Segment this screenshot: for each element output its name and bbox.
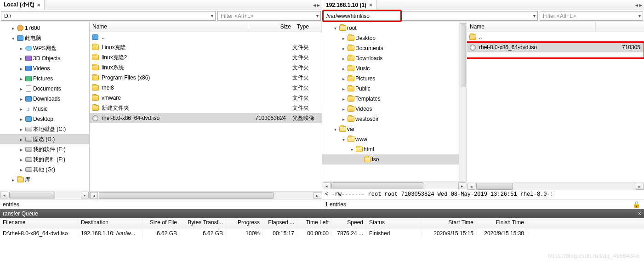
tab-nav[interactable]: ◂ ▸ [633,0,644,10]
scroll-thumb[interactable] [460,23,466,87]
expand-icon[interactable]: ▸ [18,46,24,51]
path-input[interactable]: D:\ ▾ [1,11,216,21]
list-item[interactable]: .. [90,32,322,42]
scroll-thumb[interactable] [9,192,55,199]
expand-icon[interactable]: ▾ [349,147,354,152]
tree-item[interactable]: ▸我的软件 (E:) [0,144,89,154]
expand-icon[interactable]: ▸ [18,137,24,142]
tree-item[interactable]: ▸westosdir [322,114,467,124]
expand-icon[interactable]: ▾ [332,26,338,31]
expand-icon[interactable]: ▸ [341,76,346,81]
scroll-left-icon[interactable]: ◂ [323,182,331,189]
tree-item[interactable]: ▸Public [322,84,467,94]
list-item[interactable]: rhel-8.0-x86_64-dvd.iso710305 [467,42,644,52]
expand-icon[interactable]: ▸ [18,56,24,61]
tree-item[interactable]: ▸Pictures [0,74,89,84]
qh-timeleft[interactable]: Time Left [297,218,332,228]
tree-item[interactable]: ▸Documents [0,84,89,94]
chevron-down-icon[interactable]: ▾ [638,13,641,18]
expand-icon[interactable]: ▸ [10,26,16,31]
expand-icon[interactable]: ▾ [10,36,16,41]
tree-item[interactable]: ▸固态 (D:) [0,134,89,144]
expand-icon[interactable]: ▸ [18,96,24,102]
close-icon[interactable]: × [369,2,372,8]
scrollbar[interactable]: ◂ ▸ [467,182,644,190]
qh-bytes[interactable]: Bytes Transf... [180,218,226,228]
tree-item[interactable]: ▸Downloads [322,53,467,63]
list-item[interactable]: Program Files (x86)文件夹 [90,73,322,83]
list-item[interactable]: .. [467,32,644,42]
scroll-right-icon[interactable]: ▸ [81,192,89,199]
tree-item[interactable]: ▸库 [0,175,89,185]
close-icon[interactable]: × [37,2,40,8]
tree-item[interactable]: ▸Desktop [0,114,89,124]
tree-item[interactable]: iso [322,154,467,165]
tree-item[interactable]: ▸Pictures [322,74,467,84]
list-item[interactable]: linux克隆2文件夹 [90,52,322,62]
expand-icon[interactable]: ▾ [341,137,346,142]
col-size[interactable]: Size [248,22,294,32]
qh-start[interactable]: Start Time [422,218,477,228]
col-type[interactable]: Type [294,22,322,32]
expand-icon[interactable]: ▸ [341,36,346,41]
tree-item[interactable]: ▸WPS网盘 [0,43,89,53]
tree-item[interactable]: ▸Videos [322,104,467,114]
expand-icon[interactable]: ▸ [18,167,24,172]
tree-item[interactable]: ▾html [322,144,467,154]
tree-item[interactable]: ▸Downloads [0,94,89,104]
tree-item[interactable]: ▸Music [322,63,467,74]
list-item[interactable]: rhel8文件夹 [90,83,322,93]
qh-speed[interactable]: Speed [332,218,366,228]
scroll-left-icon[interactable]: ◂ [0,192,8,199]
tab-nav[interactable]: ◂ ▸ [311,0,322,10]
expand-icon[interactable]: ▾ [332,127,338,132]
expand-icon[interactable]: ▸ [341,46,346,51]
expand-icon[interactable]: ▸ [18,86,24,91]
qh-dest[interactable]: Destination [78,218,142,228]
scroll-thumb[interactable] [331,182,423,189]
tree-item[interactable]: ▾此电脑 [0,33,89,43]
col-name[interactable]: Name [90,22,248,32]
scrollbar[interactable]: ◂ ▸ [322,182,467,189]
tree-item[interactable]: ▸我的资料 (F:) [0,154,89,165]
qh-status[interactable]: Status [366,218,422,228]
scrollbar[interactable]: ◂ ▸ [90,191,322,199]
scroll-right-icon[interactable]: ▸ [313,192,321,199]
expand-icon[interactable]: ▸ [18,76,24,81]
tab-remote[interactable]: 192.168.1.10 (1) × [322,0,376,10]
tree-item[interactable]: ▸本地磁盘 (C:) [0,124,89,134]
tree-item[interactable]: ▸Documents [322,43,467,53]
chevron-down-icon[interactable]: ▾ [533,13,536,18]
qh-size[interactable]: Size of File [142,218,180,228]
tree-item[interactable]: ▸Videos [0,63,89,74]
tree-item[interactable]: ▸♪Music [0,104,89,114]
tree-item[interactable]: ▸Templates [322,94,467,104]
expand-icon[interactable]: ▸ [341,117,346,122]
scroll-thumb[interactable] [476,183,513,190]
scroll-right-icon[interactable]: ▸ [458,182,466,189]
scrollbar-v[interactable] [459,22,467,182]
list-item[interactable]: rhel-8.0-x86_64-dvd.iso7103053824光盘映像 [90,113,322,123]
qh-elapsed[interactable]: Elapsed ... [263,218,297,228]
expand-icon[interactable]: ▸ [341,56,346,61]
scrollbar[interactable]: ◂ ▸ [0,191,89,199]
tree-item[interactable]: ▸17600 [0,23,89,33]
tree-item[interactable]: ▸3D Objects [0,53,89,63]
list-item[interactable]: 新建文件夹文件夹 [90,103,322,113]
tree-item[interactable]: ▾www [322,134,467,144]
expand-icon[interactable]: ▸ [18,107,24,112]
filter-input[interactable]: Filter <Alt+L> ▾ [540,11,643,21]
tab-local[interactable]: Local (小代) × [0,0,45,10]
tree-item[interactable]: ▾root [322,23,467,33]
qh-filename[interactable]: Filename [0,218,78,228]
scroll-left-icon[interactable]: ◂ [90,192,98,199]
expand-icon[interactable]: ▸ [10,177,16,182]
tree-item[interactable]: ▸Desktop [322,33,467,43]
expand-icon[interactable]: ▸ [18,147,24,152]
scroll-left-icon[interactable]: ◂ [467,183,475,190]
chevron-down-icon[interactable]: ▾ [316,13,319,18]
expand-icon[interactable]: ▸ [341,96,346,102]
qh-progress[interactable]: Progress [226,218,263,228]
col-name[interactable]: Name [467,22,596,32]
list-item[interactable]: vmware文件夹 [90,93,322,103]
